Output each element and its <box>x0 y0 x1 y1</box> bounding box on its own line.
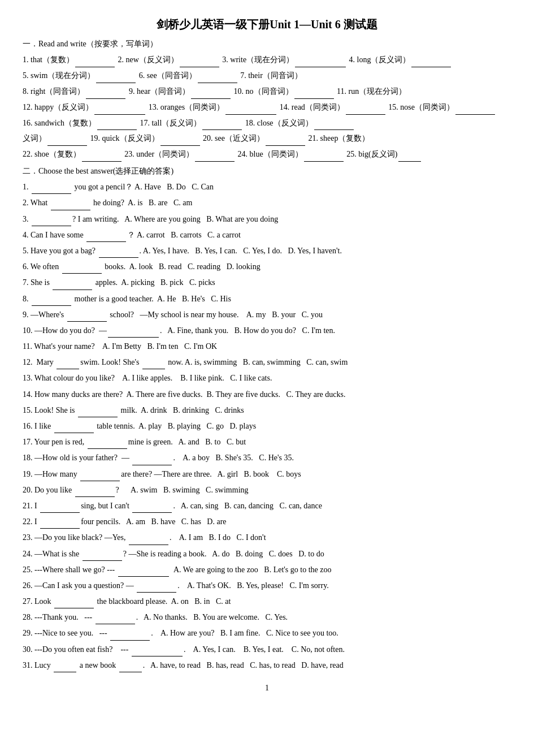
section2: 二．Choose the best answer(选择正确的答案) 1. you… <box>23 166 511 672</box>
q2: 2. What he doing? A. is B. are C. am <box>23 196 511 210</box>
section1-line5: 16. sandwich（复数） 17. tall（反义词） 18. close… <box>23 116 511 131</box>
q3: 3. ? I am writing. A. Where are you goin… <box>23 212 511 226</box>
blank-2-8 <box>32 305 71 306</box>
q15: 15. Look! She is milk. A. drink B. drink… <box>23 403 511 417</box>
blank-1-15 <box>455 114 495 115</box>
blank-1-20 <box>266 145 305 146</box>
blank-2-2 <box>51 210 90 210</box>
q12: 12. Mary swim. Look! She's now. A. is, s… <box>23 355 511 369</box>
blank-1-6 <box>198 83 237 83</box>
blank-1-1 <box>75 67 115 67</box>
blank-2-30 <box>132 656 183 656</box>
q17: 17. Your pen is red, mine is green. A. a… <box>23 435 511 449</box>
blank-2-5 <box>99 257 138 258</box>
blank-2-26 <box>137 592 176 593</box>
section1-line7: 22. shoe（复数） 23. under（同类词） 24. blue（同类词… <box>23 147 511 162</box>
q7: 7. She is apples. A. picking B. pick C. … <box>23 275 511 290</box>
page-number: 1 <box>23 684 511 693</box>
q16: 16. I like table tennis. A. play B. play… <box>23 419 511 433</box>
q26: 26. —Can I ask you a question? — . A. Th… <box>23 578 511 593</box>
q9: 9. —Where's school? —My school is near m… <box>23 308 511 322</box>
blank-1-18 <box>314 129 354 130</box>
blank-2-21a <box>40 512 80 513</box>
blank-1-18b <box>47 145 87 146</box>
q5: 5. Have you got a bag? . A. Yes, I have.… <box>23 244 511 258</box>
blank-2-6 <box>62 273 102 274</box>
section1-content: 1. that（复数） 2. new（反义词） 3. write（现在分词） 4… <box>23 53 511 162</box>
blank-1-19 <box>160 145 200 146</box>
page-title: 剑桥少儿英语一级下册Unit 1—Unit 6 测试题 <box>23 17 511 32</box>
q4: 4. Can I have some ？ A. carrot B. carrot… <box>23 228 511 242</box>
blank-2-28 <box>95 624 135 624</box>
blank-2-15 <box>78 417 118 417</box>
q18: 18. —How old is your father? — . A. a bo… <box>23 451 511 465</box>
blank-1-13 <box>225 114 276 115</box>
blank-1-16 <box>97 129 137 130</box>
blank-2-4 <box>86 241 126 242</box>
q1: 1. you got a pencil？ A. Have B. Do C. Ca… <box>23 180 511 194</box>
blank-2-17 <box>88 448 127 449</box>
blank-2-24 <box>83 560 122 561</box>
blank-2-18 <box>132 465 172 465</box>
q21: 21. I sing, but I can't . A. can, sing B… <box>23 499 511 513</box>
blank-1-2 <box>180 67 219 67</box>
section1-line1: 1. that（复数） 2. new（反义词） 3. write（现在分词） 4… <box>23 53 511 67</box>
title-english: Unit 1—Unit 6 测试题 <box>270 18 377 31</box>
blank-2-9 <box>67 321 107 322</box>
section1: 一．Read and write（按要求，写单词） 1. that（复数） 2.… <box>23 39 511 162</box>
blank-2-31a <box>54 672 76 672</box>
blank-2-22 <box>40 528 80 529</box>
section1-line6: 义词） 19. quick（反义词） 20. see（近义词） 21. shee… <box>23 131 511 146</box>
blank-2-12b <box>142 369 165 369</box>
title-chinese: 剑桥少儿英语一级下册 <box>157 18 270 31</box>
blank-2-16 <box>54 433 94 433</box>
q29: 29. ---Nice to see you. --- . A. How are… <box>23 626 511 640</box>
q28: 28. ---Thank you. --- . A. No thanks. B.… <box>23 610 511 624</box>
blank-2-7 <box>53 290 92 290</box>
q11: 11. What's your name? A. I'm Betty B. I'… <box>23 339 511 353</box>
blank-1-9 <box>191 98 231 99</box>
blank-2-10 <box>108 337 159 338</box>
blank-2-19 <box>80 481 120 481</box>
q23: 23. —Do you like black? —Yes, . A. I am … <box>23 530 511 545</box>
q24: 24. —What is she ? —She is reading a boo… <box>23 547 511 561</box>
q13: 13. What colour do you like? A. I like a… <box>23 371 511 385</box>
q25: 25. ---Where shall we go? --- A. We are … <box>23 563 511 577</box>
q10: 10. —How do you do? —. A. Fine, thank yo… <box>23 323 511 338</box>
blank-2-21b <box>132 512 172 513</box>
q19: 19. —How many are there? —There are thre… <box>23 467 511 481</box>
blank-1-3 <box>295 67 346 67</box>
blank-1-24 <box>304 161 344 162</box>
blank-2-27 <box>54 608 94 608</box>
blank-1-25 <box>398 161 421 162</box>
q8: 8. mother is a good teacher. A. He B. He… <box>23 292 511 306</box>
blank-1-22 <box>82 161 121 162</box>
blank-2-23 <box>129 545 168 545</box>
q27: 27. Look the blackboard please. A. on B.… <box>23 594 511 608</box>
q22: 22. I four pencils. A. am B. have C. has… <box>23 515 511 529</box>
blank-1-4 <box>411 67 451 67</box>
blank-2-12a <box>57 369 79 369</box>
q31: 31. Lucy a new book . A. have, to read B… <box>23 658 511 672</box>
section1-line2: 5. swim（现在分词） 6. see（同音词） 7. their（同音词） <box>23 68 511 83</box>
q20: 20. Do you like ? A. swim B. swiming C. … <box>23 483 511 497</box>
blank-1-5 <box>96 83 136 83</box>
blank-2-31b <box>119 672 142 672</box>
section2-heading: 二．Choose the best answer(选择正确的答案) <box>23 166 511 176</box>
section2-content: 1. you got a pencil？ A. Have B. Do C. Ca… <box>23 180 511 672</box>
blank-1-14 <box>346 114 385 115</box>
blank-1-12 <box>94 114 145 115</box>
q14: 14. How many ducks are there? A. There a… <box>23 387 511 401</box>
blank-2-1 <box>32 193 71 194</box>
section1-heading: 一．Read and write（按要求，写单词） <box>23 39 511 49</box>
blank-2-25 <box>118 576 169 577</box>
q30: 30. ---Do you often eat fish? --- . A. Y… <box>23 642 511 656</box>
blank-1-17 <box>202 129 242 130</box>
q6: 6. We often books. A. look B. read C. re… <box>23 260 511 274</box>
blank-1-10 <box>294 98 334 99</box>
blank-1-8 <box>86 98 125 99</box>
blank-2-20 <box>75 496 115 497</box>
blank-2-3 <box>32 226 71 226</box>
section1-line4: 12. happy（反义词） 13. oranges（同类词） 14. read… <box>23 100 511 115</box>
blank-2-29 <box>110 640 150 641</box>
